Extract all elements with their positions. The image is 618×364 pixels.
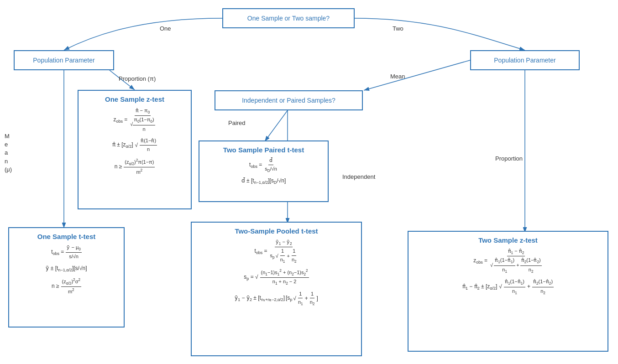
- ind-paired-label: Independent or Paired Samples?: [242, 97, 335, 104]
- ttest-title: One Sample t-test: [16, 233, 117, 240]
- mean-mu-label: Mean(μ): [5, 132, 12, 174]
- paired-label: Paired: [228, 120, 246, 126]
- paired-ttest-formula: tobs = d̄ sD/√n d̄ ± [tn−1,α/2][sD/√n]: [206, 156, 321, 186]
- top-box-label: One Sample or Two sample?: [247, 15, 330, 22]
- diagram: One Two Mean Proportion (π) Paired Indep…: [0, 0, 618, 364]
- proportion-pi-label: Proportion (π): [119, 75, 156, 82]
- two-sample-ztest-box: Two Sample z-test zobs = π̂1 − π̂2 √ π̂1…: [408, 231, 608, 352]
- one-label: One: [160, 25, 171, 32]
- left-pop-param-label: Population Parameter: [33, 57, 94, 64]
- ind-or-paired-box: Independent or Paired Samples?: [215, 90, 363, 110]
- ttest-formula: tobs = ȳ − μ0 s/√n ȳ ± [tn−1,α/2][s/√n] …: [16, 244, 117, 296]
- paired-ttest-title: Two Sample Paired t-test: [206, 146, 321, 154]
- right-pop-param-label: Population Parameter: [494, 57, 555, 64]
- ztest-title: One Sample z-test: [85, 95, 184, 103]
- one-sample-ztest-box: One Sample z-test zobs = π̂ − π0 √π0(1−π…: [78, 90, 192, 209]
- right-pop-param-box: Population Parameter: [470, 50, 580, 70]
- svg-line-4: [265, 110, 288, 141]
- one-or-two-sample-box: One Sample or Two sample?: [222, 8, 355, 28]
- mean-label: Mean: [390, 73, 405, 80]
- paired-ttest-box: Two Sample Paired t-test tobs = d̄ sD/√n…: [199, 140, 329, 202]
- ztest-formula: zobs = π̂ − π0 √π0(1−π0)n π̂ ± [zα/2] √ …: [85, 107, 184, 176]
- left-pop-param-box: Population Parameter: [14, 50, 114, 70]
- independent-label: Independent: [342, 173, 375, 180]
- two-label: Two: [393, 25, 403, 32]
- one-sample-ttest-box: One Sample t-test tobs = ȳ − μ0 s/√n ȳ ±…: [8, 227, 125, 328]
- two-pooled-ttest-box: Two-Sample Pooled t-test tobs = ȳ1 − ȳ2 …: [191, 222, 362, 356]
- proportion-label-right: Proportion: [495, 155, 523, 162]
- two-ztest-formula: zobs = π̂1 − π̂2 √ π̂1(1−π̂1) n1 + π̂2(1…: [415, 247, 601, 296]
- pooled-title: Two-Sample Pooled t-test: [198, 227, 355, 235]
- pooled-formula: tobs = ȳ1 − ȳ2 sp √ 1n1 + 1n2 sp = √ (n1…: [198, 238, 355, 307]
- two-ztest-title: Two Sample z-test: [415, 236, 601, 244]
- svg-line-3: [364, 60, 470, 90]
